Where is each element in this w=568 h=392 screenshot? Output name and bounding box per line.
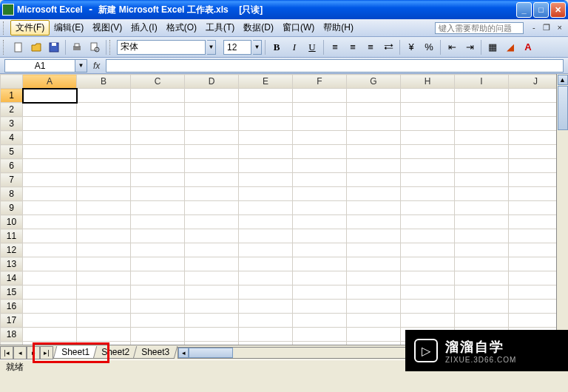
cell-G8[interactable] xyxy=(347,187,401,201)
cell-I5[interactable] xyxy=(455,145,509,159)
toolbar-handle[interactable] xyxy=(3,21,7,35)
cell-A10[interactable] xyxy=(23,215,77,229)
fx-button[interactable]: fx xyxy=(93,61,100,71)
cell-C13[interactable] xyxy=(131,257,185,271)
cell-E5[interactable] xyxy=(239,145,293,159)
font-name-selector[interactable]: 宋体 xyxy=(117,40,206,55)
cell-H15[interactable] xyxy=(401,285,455,300)
cell-G9[interactable] xyxy=(347,201,401,215)
cell-H11[interactable] xyxy=(401,229,455,243)
row-header-1[interactable]: 1 xyxy=(1,89,23,103)
cell-J10[interactable] xyxy=(509,215,563,229)
cell-A7[interactable] xyxy=(23,173,77,187)
cell-D13[interactable] xyxy=(185,257,239,271)
new-doc-icon[interactable] xyxy=(10,39,27,55)
currency-icon[interactable]: ¥ xyxy=(403,39,419,55)
cell-A18[interactable] xyxy=(23,328,77,342)
cell-I14[interactable] xyxy=(455,271,509,285)
name-box-dropdown-icon[interactable]: ▼ xyxy=(75,59,87,72)
cell-H14[interactable] xyxy=(401,271,455,285)
column-header-J[interactable]: J xyxy=(509,75,563,89)
cell-G12[interactable] xyxy=(347,243,401,257)
row-header-2[interactable]: 2 xyxy=(1,103,23,117)
cell-H4[interactable] xyxy=(401,131,455,145)
cell-B11[interactable] xyxy=(77,229,131,243)
cell-C5[interactable] xyxy=(131,145,185,159)
cell-I16[interactable] xyxy=(455,300,509,314)
cell-B18[interactable] xyxy=(77,328,131,342)
cell-G14[interactable] xyxy=(347,271,401,285)
cell-B2[interactable] xyxy=(77,103,131,117)
cell-B12[interactable] xyxy=(77,243,131,257)
vertical-scrollbar[interactable]: ▲ ▼ xyxy=(556,74,568,348)
cell-E16[interactable] xyxy=(239,300,293,314)
cell-A13[interactable] xyxy=(23,257,77,271)
print-preview-icon[interactable] xyxy=(87,39,103,55)
cell-J13[interactable] xyxy=(509,257,563,271)
cell-F3[interactable] xyxy=(293,117,347,131)
cell-F12[interactable] xyxy=(293,243,347,257)
cell-E10[interactable] xyxy=(239,215,293,229)
decrease-indent-icon[interactable]: ⇤ xyxy=(444,39,460,55)
menu-edit[interactable]: 编辑(E) xyxy=(50,20,88,36)
cell-G11[interactable] xyxy=(347,229,401,243)
cell-A1[interactable] xyxy=(23,89,77,103)
cell-I15[interactable] xyxy=(455,285,509,300)
cell-I3[interactable] xyxy=(455,117,509,131)
cell-F7[interactable] xyxy=(293,173,347,187)
cell-H13[interactable] xyxy=(401,257,455,271)
row-header-7[interactable]: 7 xyxy=(1,173,23,187)
cell-H10[interactable] xyxy=(401,215,455,229)
cell-H7[interactable] xyxy=(401,173,455,187)
align-center-icon[interactable]: ≡ xyxy=(345,39,361,55)
column-header-H[interactable]: H xyxy=(401,75,455,89)
cell-C9[interactable] xyxy=(131,201,185,215)
select-all-corner[interactable] xyxy=(1,75,23,89)
menu-format[interactable]: 格式(O) xyxy=(162,20,201,36)
row-header-5[interactable]: 5 xyxy=(1,145,23,159)
menu-help[interactable]: 帮助(H) xyxy=(319,20,358,36)
column-header-F[interactable]: F xyxy=(293,75,347,89)
fill-color-icon[interactable]: ◢ xyxy=(502,39,518,55)
cell-B13[interactable] xyxy=(77,257,131,271)
cell-D17[interactable] xyxy=(185,314,239,328)
cell-G1[interactable] xyxy=(347,89,401,103)
bold-button[interactable]: B xyxy=(268,39,285,55)
cell-I17[interactable] xyxy=(455,314,509,328)
column-header-I[interactable]: I xyxy=(455,75,509,89)
cell-J9[interactable] xyxy=(509,201,563,215)
cell-G16[interactable] xyxy=(347,300,401,314)
cell-D1[interactable] xyxy=(185,89,239,103)
cell-D3[interactable] xyxy=(185,117,239,131)
cell-D16[interactable] xyxy=(185,300,239,314)
cell-F13[interactable] xyxy=(293,257,347,271)
cell-F9[interactable] xyxy=(293,201,347,215)
sheet-nav-prev-icon[interactable]: ◂ xyxy=(13,346,27,359)
cell-D7[interactable] xyxy=(185,173,239,187)
column-header-B[interactable]: B xyxy=(77,75,131,89)
cell-I1[interactable] xyxy=(455,89,509,103)
cell-E18[interactable] xyxy=(239,328,293,342)
row-header-8[interactable]: 8 xyxy=(1,187,23,201)
cell-J16[interactable] xyxy=(509,300,563,314)
cell-G6[interactable] xyxy=(347,159,401,173)
cell-H3[interactable] xyxy=(401,117,455,131)
percent-icon[interactable]: % xyxy=(421,39,437,55)
cell-G5[interactable] xyxy=(347,145,401,159)
cell-D14[interactable] xyxy=(185,271,239,285)
cell-C1[interactable] xyxy=(131,89,185,103)
cell-B3[interactable] xyxy=(77,117,131,131)
cell-C17[interactable] xyxy=(131,314,185,328)
cell-J4[interactable] xyxy=(509,131,563,145)
cell-E1[interactable] xyxy=(239,89,293,103)
cell-A6[interactable] xyxy=(23,159,77,173)
cell-E4[interactable] xyxy=(239,131,293,145)
scroll-thumb[interactable] xyxy=(558,86,568,130)
cell-F2[interactable] xyxy=(293,103,347,117)
cell-C6[interactable] xyxy=(131,159,185,173)
cell-C7[interactable] xyxy=(131,173,185,187)
row-header-6[interactable]: 6 xyxy=(1,159,23,173)
cell-I10[interactable] xyxy=(455,215,509,229)
cell-D12[interactable] xyxy=(185,243,239,257)
cell-C8[interactable] xyxy=(131,187,185,201)
